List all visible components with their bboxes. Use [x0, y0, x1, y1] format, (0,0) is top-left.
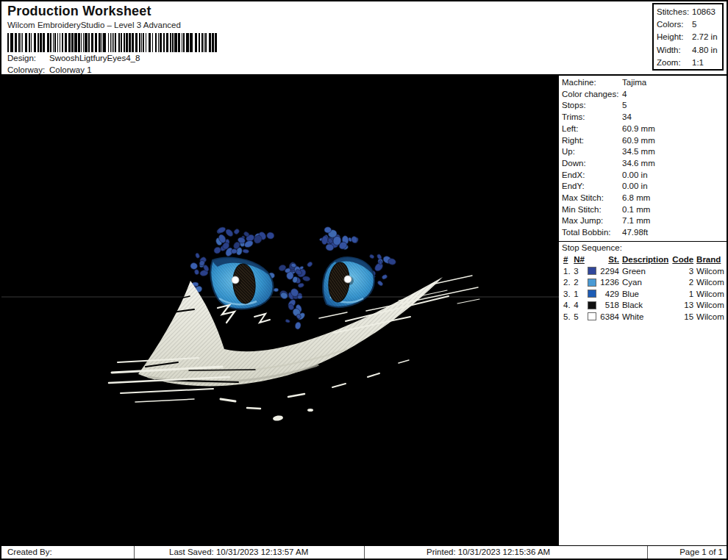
scale-dot: [194, 269, 199, 275]
thread-brand: Wilcom: [695, 288, 727, 300]
barcode-bar: [118, 33, 120, 52]
barcode-bar: [22, 33, 23, 52]
summary-label: Colors:: [657, 18, 692, 31]
thread-brand: Wilcom: [695, 276, 727, 288]
stop-index: 3.: [562, 288, 572, 300]
barcode-bar: [152, 33, 153, 52]
machine-info-panel: Machine:TajimaColor changes:4Stops:5Trim…: [559, 76, 727, 547]
machine-label: EndY:: [562, 181, 622, 193]
stitch-count: 1236: [599, 276, 621, 288]
barcode-bar: [158, 33, 159, 52]
machine-row: Min Stitch:0.1 mm: [562, 204, 727, 216]
thread-swatch: [586, 276, 599, 288]
machine-row: Up:34.5 mm: [562, 146, 727, 158]
machine-value: 5: [622, 100, 627, 112]
machine-value: 47.98ft: [622, 227, 648, 239]
barcode-bar: [110, 33, 111, 52]
scale-dot: [297, 295, 302, 299]
colorway-row: Colorway:Colorway 1: [7, 65, 92, 74]
machine-row: Total Bobbin:47.98ft: [562, 227, 727, 239]
stop-col-swatch-header: [586, 254, 599, 265]
machine-value: 0.00 in: [622, 181, 648, 193]
barcode-bar: [88, 33, 90, 52]
thread-description: White: [621, 311, 671, 323]
summary-label: Width:: [657, 44, 692, 57]
barcode-bar: [47, 33, 49, 52]
barcode-bar: [31, 33, 32, 52]
scale-dot: [350, 235, 358, 244]
footer: Created By: Last Saved: 10/31/2023 12:13…: [1, 545, 727, 559]
barcode-bar: [25, 33, 27, 52]
needle-number: 3: [572, 265, 586, 277]
barcode-bar: [34, 33, 36, 52]
machine-row: Max Stitch:6.8 mm: [562, 193, 727, 204]
machine-label: Max Jump:: [562, 215, 622, 227]
machine-row: Stops:5: [562, 100, 727, 112]
machine-label: EndX:: [562, 170, 622, 182]
stop-index: 1.: [562, 265, 572, 277]
header: Production Worksheet Wilcom EmbroiderySt…: [1, 1, 727, 76]
barcode-bar: [155, 33, 157, 52]
machine-value: 0.00 in: [622, 170, 648, 182]
thread-brand: Wilcom: [695, 299, 727, 311]
stop-col-header: Description: [621, 254, 671, 265]
thread-code: 3: [671, 265, 695, 277]
colorway-label: Colorway:: [7, 65, 49, 74]
machine-row: EndY:0.00 in: [562, 181, 727, 193]
barcode-bar: [205, 33, 207, 52]
thread-code: 15: [671, 311, 695, 323]
barcode-bar: [139, 33, 140, 52]
page-title: Production Worksheet: [7, 4, 151, 19]
barcode-bar: [204, 33, 204, 52]
machine-label: Trims:: [562, 112, 622, 123]
machine-label: Down:: [562, 158, 622, 170]
scale-dot: [243, 249, 249, 254]
barcode-bar: [215, 33, 217, 52]
barcode-bar: [212, 33, 214, 52]
machine-row: Color changes:4: [562, 89, 727, 101]
scale-dot: [294, 321, 301, 329]
barcode-bar: [178, 33, 180, 52]
machine-row: Left:60.9 mm: [562, 123, 727, 135]
stop-sequence-row: 4.4518Black13Wilcom: [562, 299, 727, 311]
barcode-bar: [163, 33, 165, 52]
machine-row: Machine:Tajima: [562, 77, 727, 89]
barcode-bar: [129, 33, 131, 52]
thread-swatch: [586, 311, 599, 323]
barcode-bar: [18, 33, 20, 52]
barcode-bar: [121, 33, 122, 52]
scale-dot: [195, 253, 200, 259]
machine-info-rows: Machine:TajimaColor changes:4Stops:5Trim…: [562, 77, 727, 239]
thread-description: Green: [621, 265, 671, 277]
barcode-bar: [186, 33, 189, 52]
barcode-bar: [21, 33, 21, 52]
stop-sequence-row: 1.32294Green3Wilcom: [562, 265, 727, 277]
barcode-bar: [78, 33, 80, 52]
summary-label: Height:: [657, 31, 692, 43]
summary-row: Zoom:1:1: [657, 57, 722, 69]
stop-sequence-row: 3.1429Blue1Wilcom: [562, 288, 727, 300]
machine-label: Left:: [562, 123, 622, 135]
barcode-bar: [209, 33, 211, 52]
thread-swatch-icon: [588, 279, 596, 287]
barcode-bar: [50, 33, 51, 52]
machine-row: EndX:0.00 in: [562, 170, 727, 182]
machine-row: Down:34.6 mm: [562, 158, 727, 170]
barcode-bar: [172, 33, 174, 52]
summary-value: 4.80 in: [692, 44, 718, 57]
scale-dot: [224, 228, 234, 237]
barcode-bar: [166, 33, 168, 52]
design-canvas: [1, 76, 559, 547]
summary-label: Zoom:: [657, 57, 692, 69]
thread-swatch: [586, 288, 599, 300]
barcode-bar: [15, 33, 17, 52]
stitch-count: 429: [599, 288, 621, 300]
barcode-bar: [141, 33, 142, 52]
barcode-bar: [95, 33, 97, 52]
barcode-bar: [7, 33, 9, 52]
barcode-bar: [43, 33, 45, 52]
barcode-bar: [101, 33, 102, 52]
stop-col-header: Code: [671, 254, 695, 265]
barcode-bar: [57, 33, 58, 52]
machine-value: Tajima: [622, 77, 646, 89]
